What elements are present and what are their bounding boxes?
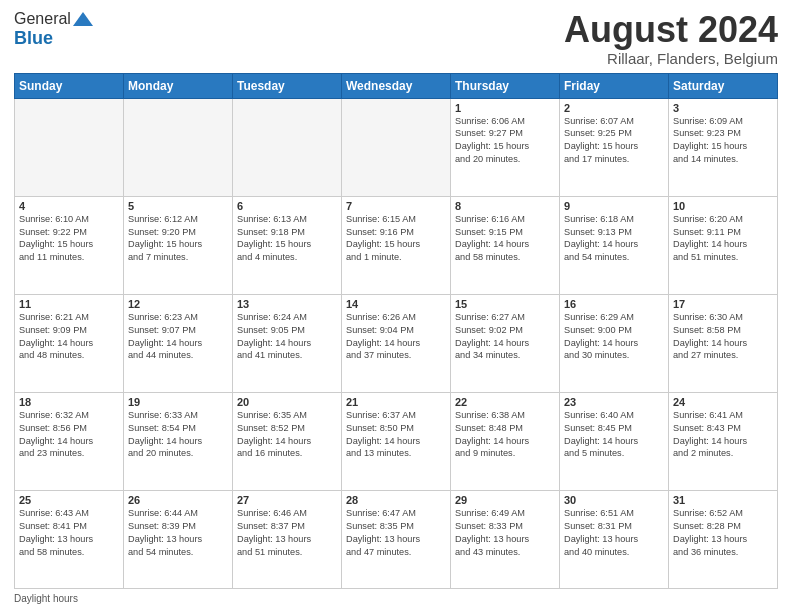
svg-marker-0 xyxy=(73,12,93,26)
day-number: 27 xyxy=(237,494,337,506)
day-info: Sunrise: 6:46 AM Sunset: 8:37 PM Dayligh… xyxy=(237,507,337,559)
table-row: 19Sunrise: 6:33 AM Sunset: 8:54 PM Dayli… xyxy=(124,392,233,490)
day-number: 3 xyxy=(673,102,773,114)
day-info: Sunrise: 6:07 AM Sunset: 9:25 PM Dayligh… xyxy=(564,115,664,167)
calendar-header-row: Sunday Monday Tuesday Wednesday Thursday… xyxy=(15,73,778,98)
day-info: Sunrise: 6:23 AM Sunset: 9:07 PM Dayligh… xyxy=(128,311,228,363)
day-info: Sunrise: 6:33 AM Sunset: 8:54 PM Dayligh… xyxy=(128,409,228,461)
day-number: 16 xyxy=(564,298,664,310)
table-row: 12Sunrise: 6:23 AM Sunset: 9:07 PM Dayli… xyxy=(124,294,233,392)
daylight-label: Daylight hours xyxy=(14,593,78,604)
day-number: 19 xyxy=(128,396,228,408)
col-monday: Monday xyxy=(124,73,233,98)
day-number: 7 xyxy=(346,200,446,212)
col-sunday: Sunday xyxy=(15,73,124,98)
day-number: 5 xyxy=(128,200,228,212)
col-saturday: Saturday xyxy=(669,73,778,98)
day-info: Sunrise: 6:49 AM Sunset: 8:33 PM Dayligh… xyxy=(455,507,555,559)
table-row: 13Sunrise: 6:24 AM Sunset: 9:05 PM Dayli… xyxy=(233,294,342,392)
table-row xyxy=(124,98,233,196)
day-number: 1 xyxy=(455,102,555,114)
table-row: 5Sunrise: 6:12 AM Sunset: 9:20 PM Daylig… xyxy=(124,196,233,294)
day-info: Sunrise: 6:13 AM Sunset: 9:18 PM Dayligh… xyxy=(237,213,337,265)
day-info: Sunrise: 6:30 AM Sunset: 8:58 PM Dayligh… xyxy=(673,311,773,363)
table-row: 4Sunrise: 6:10 AM Sunset: 9:22 PM Daylig… xyxy=(15,196,124,294)
table-row: 30Sunrise: 6:51 AM Sunset: 8:31 PM Dayli… xyxy=(560,490,669,588)
calendar-week-row: 1Sunrise: 6:06 AM Sunset: 9:27 PM Daylig… xyxy=(15,98,778,196)
day-info: Sunrise: 6:26 AM Sunset: 9:04 PM Dayligh… xyxy=(346,311,446,363)
day-number: 13 xyxy=(237,298,337,310)
day-number: 29 xyxy=(455,494,555,506)
day-number: 18 xyxy=(19,396,119,408)
day-number: 23 xyxy=(564,396,664,408)
logo-blue-text: Blue xyxy=(14,28,53,49)
day-number: 31 xyxy=(673,494,773,506)
day-number: 28 xyxy=(346,494,446,506)
day-info: Sunrise: 6:12 AM Sunset: 9:20 PM Dayligh… xyxy=(128,213,228,265)
col-wednesday: Wednesday xyxy=(342,73,451,98)
calendar-week-row: 18Sunrise: 6:32 AM Sunset: 8:56 PM Dayli… xyxy=(15,392,778,490)
calendar-table: Sunday Monday Tuesday Wednesday Thursday… xyxy=(14,73,778,589)
logo-general-text: General xyxy=(14,10,71,28)
day-info: Sunrise: 6:32 AM Sunset: 8:56 PM Dayligh… xyxy=(19,409,119,461)
day-number: 30 xyxy=(564,494,664,506)
day-info: Sunrise: 6:06 AM Sunset: 9:27 PM Dayligh… xyxy=(455,115,555,167)
day-info: Sunrise: 6:24 AM Sunset: 9:05 PM Dayligh… xyxy=(237,311,337,363)
table-row: 10Sunrise: 6:20 AM Sunset: 9:11 PM Dayli… xyxy=(669,196,778,294)
day-info: Sunrise: 6:20 AM Sunset: 9:11 PM Dayligh… xyxy=(673,213,773,265)
day-number: 11 xyxy=(19,298,119,310)
day-number: 25 xyxy=(19,494,119,506)
table-row: 23Sunrise: 6:40 AM Sunset: 8:45 PM Dayli… xyxy=(560,392,669,490)
logo: General Blue xyxy=(14,10,93,49)
table-row: 11Sunrise: 6:21 AM Sunset: 9:09 PM Dayli… xyxy=(15,294,124,392)
table-row: 14Sunrise: 6:26 AM Sunset: 9:04 PM Dayli… xyxy=(342,294,451,392)
table-row: 9Sunrise: 6:18 AM Sunset: 9:13 PM Daylig… xyxy=(560,196,669,294)
title-area: August 2024 Rillaar, Flanders, Belgium xyxy=(564,10,778,67)
day-number: 21 xyxy=(346,396,446,408)
day-number: 4 xyxy=(19,200,119,212)
page: General Blue August 2024 Rillaar, Flande… xyxy=(0,0,792,612)
location: Rillaar, Flanders, Belgium xyxy=(564,50,778,67)
table-row xyxy=(342,98,451,196)
day-info: Sunrise: 6:09 AM Sunset: 9:23 PM Dayligh… xyxy=(673,115,773,167)
day-info: Sunrise: 6:18 AM Sunset: 9:13 PM Dayligh… xyxy=(564,213,664,265)
table-row: 3Sunrise: 6:09 AM Sunset: 9:23 PM Daylig… xyxy=(669,98,778,196)
table-row: 1Sunrise: 6:06 AM Sunset: 9:27 PM Daylig… xyxy=(451,98,560,196)
month-title: August 2024 xyxy=(564,10,778,50)
table-row: 18Sunrise: 6:32 AM Sunset: 8:56 PM Dayli… xyxy=(15,392,124,490)
table-row xyxy=(233,98,342,196)
header: General Blue August 2024 Rillaar, Flande… xyxy=(14,10,778,67)
day-number: 24 xyxy=(673,396,773,408)
day-info: Sunrise: 6:51 AM Sunset: 8:31 PM Dayligh… xyxy=(564,507,664,559)
col-friday: Friday xyxy=(560,73,669,98)
day-info: Sunrise: 6:38 AM Sunset: 8:48 PM Dayligh… xyxy=(455,409,555,461)
day-number: 15 xyxy=(455,298,555,310)
table-row: 2Sunrise: 6:07 AM Sunset: 9:25 PM Daylig… xyxy=(560,98,669,196)
table-row: 20Sunrise: 6:35 AM Sunset: 8:52 PM Dayli… xyxy=(233,392,342,490)
calendar-week-row: 25Sunrise: 6:43 AM Sunset: 8:41 PM Dayli… xyxy=(15,490,778,588)
day-number: 17 xyxy=(673,298,773,310)
day-number: 6 xyxy=(237,200,337,212)
table-row xyxy=(15,98,124,196)
day-number: 22 xyxy=(455,396,555,408)
day-info: Sunrise: 6:27 AM Sunset: 9:02 PM Dayligh… xyxy=(455,311,555,363)
day-info: Sunrise: 6:29 AM Sunset: 9:00 PM Dayligh… xyxy=(564,311,664,363)
day-info: Sunrise: 6:47 AM Sunset: 8:35 PM Dayligh… xyxy=(346,507,446,559)
day-number: 20 xyxy=(237,396,337,408)
day-number: 10 xyxy=(673,200,773,212)
table-row: 17Sunrise: 6:30 AM Sunset: 8:58 PM Dayli… xyxy=(669,294,778,392)
table-row: 22Sunrise: 6:38 AM Sunset: 8:48 PM Dayli… xyxy=(451,392,560,490)
table-row: 16Sunrise: 6:29 AM Sunset: 9:00 PM Dayli… xyxy=(560,294,669,392)
table-row: 31Sunrise: 6:52 AM Sunset: 8:28 PM Dayli… xyxy=(669,490,778,588)
day-info: Sunrise: 6:44 AM Sunset: 8:39 PM Dayligh… xyxy=(128,507,228,559)
table-row: 26Sunrise: 6:44 AM Sunset: 8:39 PM Dayli… xyxy=(124,490,233,588)
table-row: 27Sunrise: 6:46 AM Sunset: 8:37 PM Dayli… xyxy=(233,490,342,588)
col-thursday: Thursday xyxy=(451,73,560,98)
table-row: 29Sunrise: 6:49 AM Sunset: 8:33 PM Dayli… xyxy=(451,490,560,588)
day-number: 14 xyxy=(346,298,446,310)
col-tuesday: Tuesday xyxy=(233,73,342,98)
day-info: Sunrise: 6:40 AM Sunset: 8:45 PM Dayligh… xyxy=(564,409,664,461)
table-row: 15Sunrise: 6:27 AM Sunset: 9:02 PM Dayli… xyxy=(451,294,560,392)
table-row: 24Sunrise: 6:41 AM Sunset: 8:43 PM Dayli… xyxy=(669,392,778,490)
table-row: 7Sunrise: 6:15 AM Sunset: 9:16 PM Daylig… xyxy=(342,196,451,294)
